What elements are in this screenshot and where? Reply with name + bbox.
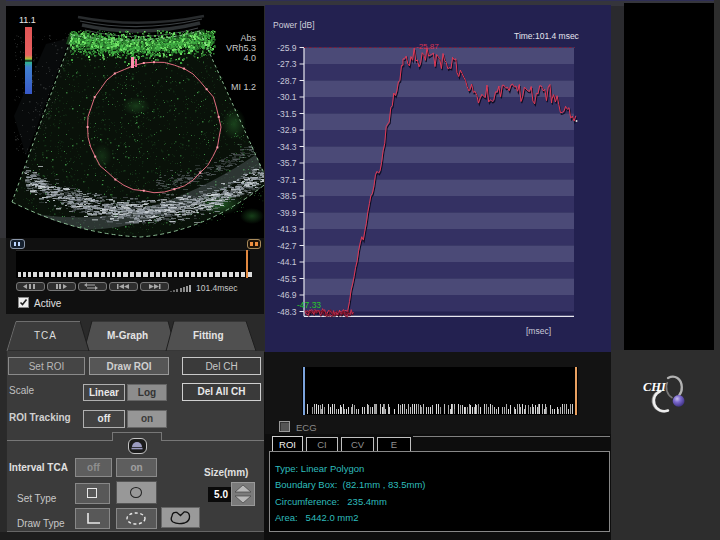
svg-text:CHI: CHI: [643, 380, 667, 394]
svg-text:-25.87: -25.87: [416, 42, 439, 51]
svg-text:-31.5: -31.5: [277, 109, 297, 119]
svg-text:-46.9: -46.9: [277, 290, 297, 300]
svg-text:-28.7: -28.7: [277, 76, 297, 86]
svg-text:-34.3: -34.3: [277, 142, 297, 152]
svg-text:-48.3: -48.3: [277, 307, 297, 317]
svg-text:-27.3: -27.3: [277, 59, 297, 69]
svg-text:-41.3: -41.3: [277, 224, 297, 234]
svg-text:4.0: 4.0: [243, 53, 256, 63]
svg-text:-37.1: -37.1: [277, 175, 297, 185]
svg-text:VRh5.3: VRh5.3: [226, 43, 256, 53]
svg-text:MI 1.2: MI 1.2: [231, 82, 256, 92]
svg-text:-45.5: -45.5: [277, 274, 297, 284]
svg-text:Abs: Abs: [240, 33, 256, 43]
svg-text:-47.33: -47.33: [297, 300, 321, 310]
svg-text:-35.7: -35.7: [277, 158, 297, 168]
svg-text:-44.1: -44.1: [277, 257, 297, 267]
svg-text:-30.1: -30.1: [277, 92, 297, 102]
svg-text:-42.7: -42.7: [277, 241, 297, 251]
svg-text:-38.5: -38.5: [277, 191, 297, 201]
svg-text:-25.9: -25.9: [277, 43, 297, 53]
svg-text:[msec]: [msec]: [526, 326, 551, 336]
svg-text:11.1: 11.1: [19, 15, 36, 25]
svg-text:-39.9: -39.9: [277, 208, 297, 218]
svg-text:Power [dB]: Power [dB]: [273, 20, 315, 30]
svg-text:Time:101.4 msec: Time:101.4 msec: [514, 31, 580, 41]
svg-text:-32.9: -32.9: [277, 125, 297, 135]
